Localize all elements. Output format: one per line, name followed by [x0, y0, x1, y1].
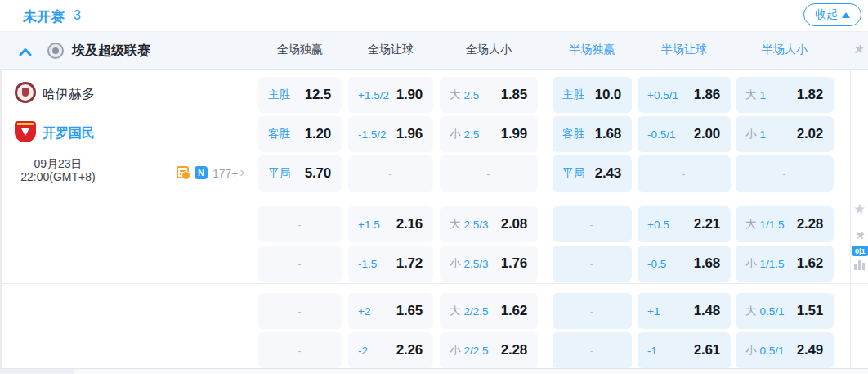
odds-cell[interactable]: 大 2.5/3 2.08 — [440, 206, 538, 242]
odds-cell[interactable]: 客胜 1.20 — [258, 116, 342, 152]
odds-side-label: 小 — [745, 127, 757, 142]
odds-cell[interactable]: -1 2.61 — [638, 332, 731, 368]
odds-value: 1.90 — [396, 87, 423, 103]
odds-value: 1.82 — [797, 87, 823, 103]
odds-empty-dash: - — [388, 168, 391, 180]
more-markets-count[interactable]: 177+ — [213, 167, 239, 180]
column-header-label: 全场大小 — [466, 43, 512, 57]
odds-line-label: 2.5 — [464, 128, 480, 141]
odds-cell[interactable]: 大 2.5 1.85 — [440, 77, 538, 113]
odds-value: 1.62 — [501, 303, 527, 319]
odds-value: 2.28 — [501, 342, 527, 358]
odds-line-label: 2/2.5 — [464, 305, 489, 318]
odds-side-label: 大 — [450, 217, 461, 232]
odds-value: 1.62 — [797, 255, 823, 272]
collapse-button[interactable]: 收起 — [803, 3, 861, 26]
odds-cell[interactable]: - — [553, 332, 632, 368]
odds-value: 2.43 — [595, 165, 621, 182]
column-header-label: 全场让球 — [368, 43, 414, 57]
odds-cell[interactable]: -1.5 1.72 — [348, 246, 433, 282]
odds-empty-dash: - — [298, 258, 301, 270]
alt-lines-group-1: - +1.5 2.16 大 2.5/3 2.08 — [0, 206, 834, 285]
odds-cell[interactable]: -0.5/1 2.00 — [638, 116, 731, 152]
odds-line-label: 客胜 — [562, 127, 584, 142]
home-team-name[interactable]: 哈伊赫多 — [43, 86, 95, 103]
odds-cell[interactable]: 大 1 1.82 — [736, 77, 834, 113]
odds-cell[interactable]: 大 2/2.5 1.62 — [440, 293, 538, 329]
odds-line-label: -2 — [358, 345, 368, 357]
odds-cell[interactable]: 小 1 2.02 — [736, 116, 834, 152]
odds-value: 2.16 — [396, 216, 423, 232]
column-header: 全场独赢 — [258, 43, 342, 57]
column-header: 全场让球 — [348, 43, 433, 57]
odds-cell[interactable]: 客胜 1.68 — [553, 116, 632, 152]
odds-line-label: -1.5 — [358, 258, 377, 270]
odds-cell[interactable]: +2 1.65 — [348, 293, 433, 329]
odds-line-label: 1 — [760, 89, 767, 101]
pin-icon[interactable] — [853, 230, 866, 246]
odds-cell[interactable]: - — [638, 155, 731, 192]
odds-cell[interactable]: -1.5/2 1.96 — [348, 116, 433, 152]
odds-cell[interactable]: - — [553, 293, 632, 329]
odds-line-label: +1.5 — [358, 219, 380, 231]
away-team-crest — [15, 121, 36, 142]
odds-cell[interactable]: - — [258, 293, 342, 329]
odds-cell[interactable]: 小 2.5 1.99 — [440, 116, 538, 152]
odds-cell[interactable]: - — [736, 155, 834, 192]
odds-side-label: 小 — [745, 343, 757, 358]
odds-cell[interactable]: - — [258, 332, 342, 368]
odds-row-alt: - -2 2.26 小 2/2.5 2.28 — [0, 332, 834, 368]
odds-side-label: 大 — [745, 217, 757, 232]
odds-value: 1.86 — [694, 87, 720, 103]
odds-cell[interactable]: 小 2/2.5 2.28 — [440, 332, 538, 368]
odds-line-label: -1 — [647, 345, 657, 357]
odds-cell[interactable]: +0.5 2.21 — [638, 206, 731, 242]
odds-cell[interactable]: +1 1.48 — [638, 293, 731, 329]
odds-cell[interactable]: - — [553, 246, 632, 282]
odds-cell[interactable]: - — [258, 246, 342, 282]
odds-line-label: 平局 — [268, 166, 290, 181]
odds-cell[interactable]: 小 2.5/3 1.76 — [440, 246, 538, 282]
odds-cell[interactable]: 主胜 10.0 — [553, 77, 632, 113]
column-header: 半场大小 — [736, 43, 834, 57]
odds-line-label: 2.5 — [464, 89, 480, 101]
odds-side-label: 小 — [450, 127, 461, 142]
schedule-clock-icon — [177, 166, 189, 178]
odds-cell[interactable]: 大 0.5/1 1.51 — [736, 293, 834, 329]
odds-cell[interactable]: -0.5 1.68 — [638, 246, 731, 282]
stats-bars-icon[interactable] — [854, 260, 865, 270]
odds-empty-dash: - — [590, 258, 593, 270]
fulltime-market-group: 主胜 12.5 +1.5/2 1.90 大 2.5 1.85 — [0, 77, 834, 195]
favorite-star-icon[interactable]: ★ — [853, 201, 866, 218]
odds-cell[interactable]: 平局 2.43 — [553, 155, 632, 192]
odds-cell[interactable]: - — [440, 155, 538, 192]
odds-cell[interactable]: +1.5 2.16 — [348, 206, 433, 242]
odds-empty-dash: - — [682, 168, 685, 180]
odds-cell[interactable]: - — [348, 155, 433, 192]
odds-cell[interactable]: -2 2.26 — [348, 332, 433, 368]
odds-cell[interactable]: 小 1/1.5 1.62 — [736, 246, 834, 282]
odds-cell[interactable]: 平局 5.70 — [258, 155, 342, 192]
odds-line-label: 主胜 — [562, 88, 584, 102]
odds-cell[interactable]: 主胜 12.5 — [258, 77, 342, 113]
chevron-right-icon[interactable]: › — [239, 163, 244, 181]
odds-cell[interactable]: 大 1/1.5 2.28 — [736, 206, 834, 242]
odds-side-label: 小 — [450, 256, 461, 271]
column-header: 半场独赢 — [553, 43, 632, 57]
odds-cell[interactable]: 小 0.5/1 2.49 — [736, 332, 834, 368]
corner-stats-icon[interactable]: 0|1 — [852, 246, 868, 256]
odds-cell[interactable]: +1.5/2 1.90 — [348, 77, 433, 113]
odds-cell[interactable]: - — [553, 206, 632, 242]
odds-value: 2.61 — [694, 342, 720, 358]
odds-line-label: 2.5/3 — [464, 258, 489, 270]
odds-value: 5.70 — [305, 165, 331, 182]
odds-cell[interactable]: +0.5/1 1.86 — [638, 77, 731, 113]
odds-row-alt: - +1.5 2.16 大 2.5/3 2.08 — [0, 206, 834, 242]
odds-cell[interactable]: - — [258, 206, 342, 242]
odds-line-label: +0.5 — [647, 219, 669, 231]
n-badge-icon: N — [195, 166, 208, 179]
odds-side-label: 大 — [745, 88, 757, 102]
odds-side-label: 小 — [450, 343, 461, 358]
pin-icon[interactable] — [852, 43, 865, 60]
away-team-name[interactable]: 开罗国民 — [43, 125, 95, 142]
